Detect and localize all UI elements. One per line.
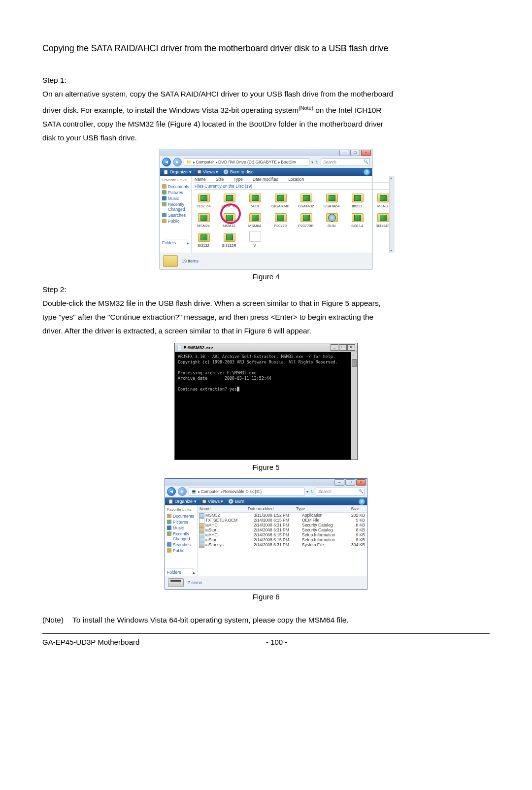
forward-button[interactable]: ►: [173, 158, 182, 166]
sidebar-searches[interactable]: Searches: [167, 542, 195, 548]
folder-item[interactable]: SI3132R: [220, 231, 238, 248]
sidebar-documents[interactable]: Documents: [167, 513, 195, 519]
folder-item[interactable]: 6419: [246, 192, 264, 208]
file-pane: Name Date modified Type Size MSM323/11/2…: [198, 505, 367, 576]
list-item[interactable]: iaAHCI2/14/2008 6:31 PMSecurity Catalog8…: [198, 523, 367, 527]
maximize-button[interactable]: □: [345, 479, 355, 486]
sidebar-searches[interactable]: Searches: [162, 212, 189, 218]
views-menu[interactable]: Views ▾: [203, 169, 218, 174]
step2-block: Step 2: Double-click the MSM32 file in t…: [42, 283, 490, 338]
figure6-caption: Figure 6: [42, 590, 490, 603]
column-headers[interactable]: Name Date modified Type Size: [198, 505, 367, 513]
status-bar: 7 items: [165, 576, 367, 589]
figure5-caption: Figure 5: [42, 460, 490, 473]
figure5-console: 📄 E:\MSM32.exe _□× ARJSFX 3.10 - ARJ Arc…: [174, 343, 358, 460]
minimize-button[interactable]: –: [339, 150, 349, 156]
figure6-window: – □ × ◄ ► 💻 ▸Computer ▸Removable Disk (E…: [165, 478, 367, 590]
console-titlebar: 📄 E:\MSM32.exe _□×: [175, 343, 357, 352]
step1-block: Step 1: On an alternative system, copy t…: [42, 73, 490, 145]
titlebar: – □ ×: [160, 149, 372, 156]
maximize-button[interactable]: □: [339, 344, 347, 351]
close-button[interactable]: ×: [347, 344, 355, 351]
search-input[interactable]: Search: [321, 158, 370, 166]
note-sup: (Note): [299, 105, 313, 111]
forward-button[interactable]: ►: [178, 487, 187, 496]
search-input[interactable]: Search: [316, 488, 365, 495]
figure4-window: – □ × ◄ ► 📁 ▸Computer ▸DVD RW Drive (D:)…: [160, 149, 372, 269]
organize-menu[interactable]: Organize ▾: [175, 499, 197, 504]
page-title: Copying the SATA RAID/AHCI driver from t…: [42, 43, 490, 54]
list-item[interactable]: iaStor.sys2/14/2008 6:31 PMSystem File30…: [198, 542, 367, 547]
command-bar: 📋 Organize ▾ 🔲 Views ▾ 💿 Burn ?: [165, 497, 367, 505]
list-item[interactable]: iaStor2/14/2008 6:31 PMSecurity Catalog8…: [198, 527, 367, 532]
views-menu[interactable]: Views ▾: [208, 499, 223, 504]
burn-button[interactable]: Burn: [235, 499, 244, 504]
folder-item[interactable]: 3132r_64: [220, 192, 238, 208]
folders-toggle[interactable]: Folders▴: [162, 239, 189, 245]
scrollbar[interactable]: [389, 176, 395, 253]
folder-item[interactable]: GSATA64: [323, 192, 340, 208]
scrollbar[interactable]: [351, 352, 357, 460]
back-button[interactable]: ◄: [167, 487, 176, 496]
drive-icon: [168, 578, 184, 587]
command-bar: 📋 Organize ▾ 🔲 Views ▾ 💿 Burn to disc ?: [160, 168, 372, 176]
nav-pane: Favorite Links Documents Pictures Music …: [160, 176, 192, 253]
console-output[interactable]: ARJSFX 3.10 - ARJ Archive Self-Extractor…: [175, 352, 357, 460]
note-line: (Note) To install the Windows Vista 64-b…: [42, 616, 490, 625]
folder-item[interactable]: GIGARAID: [271, 192, 289, 208]
titlebar: – □ ×: [165, 479, 367, 486]
breadcrumb[interactable]: 📁 ▸Computer ▸DVD RW Drive (D:) GIGABYTE …: [184, 158, 309, 166]
sidebar-music[interactable]: Music: [167, 525, 195, 531]
step2-label: Step 2:: [42, 285, 66, 294]
close-button[interactable]: ×: [356, 479, 366, 486]
folder-item[interactable]: GSATA32: [297, 192, 315, 208]
sidebar-documents[interactable]: Documents: [162, 184, 189, 190]
folder-item[interactable]: MSM32: [220, 211, 238, 228]
list-item[interactable]: MSM323/11/2008 1:52 PMApplication202 KB: [198, 513, 367, 518]
burn-button[interactable]: Burn to disc: [230, 169, 254, 174]
list-item[interactable]: TXTSETUP.OEM2/14/2008 6:15 PMOEM File5 K…: [198, 518, 367, 523]
folder-item[interactable]: it8211: [348, 192, 366, 208]
folder-item[interactable]: SI3132: [195, 231, 212, 248]
figure4-caption: Figure 4: [42, 269, 490, 283]
nav-pane: Favorite Links Documents Pictures Music …: [165, 505, 198, 576]
folder-item[interactable]: P20779R: [297, 211, 315, 228]
folder-item[interactable]: SI3114: [348, 211, 366, 228]
back-button[interactable]: ◄: [162, 158, 171, 166]
group-header: Files Currently on the Disc (19): [195, 184, 392, 190]
folder-item[interactable]: P20779: [271, 211, 289, 228]
step1-label: Step 1:: [42, 76, 66, 84]
folder-item[interactable]: MSM2k: [195, 211, 212, 228]
folders-toggle[interactable]: Folders▴: [167, 568, 195, 575]
caret-icon: _: [237, 387, 239, 392]
minimize-button[interactable]: –: [334, 479, 344, 486]
sidebar-pictures[interactable]: Pictures: [167, 519, 195, 525]
sidebar-public[interactable]: Public: [162, 218, 189, 224]
organize-menu[interactable]: Organize ▾: [170, 169, 192, 174]
folder-item[interactable]: 3132_64: [195, 192, 212, 208]
sidebar-recent[interactable]: Recently Changed: [162, 201, 189, 212]
sidebar-recent[interactable]: Recently Changed: [167, 531, 195, 542]
footer-rule: [42, 633, 490, 634]
maximize-button[interactable]: □: [350, 150, 360, 156]
file-pane: NameSizeTypeDate modifiedLocation Files …: [192, 176, 395, 253]
close-button[interactable]: ×: [361, 150, 371, 156]
help-icon[interactable]: ?: [364, 169, 370, 175]
breadcrumb[interactable]: 💻 ▸Computer ▸Removable Disk (E:): [189, 488, 304, 495]
minimize-button[interactable]: _: [331, 344, 338, 351]
folder-item[interactable]: V: [246, 231, 264, 248]
status-bar: 19 items: [160, 253, 372, 269]
sidebar-public[interactable]: Public: [167, 548, 195, 554]
column-headers[interactable]: NameSizeTypeDate modifiedLocation: [195, 177, 392, 183]
folder-item[interactable]: MSM64: [246, 211, 264, 228]
page-footer: GA-EP45-UD3P Motherboard - 100 -: [42, 638, 490, 646]
folder-icon: [163, 255, 178, 267]
sidebar-music[interactable]: Music: [162, 196, 189, 201]
list-item[interactable]: iaStor2/14/2008 6:15 PMSetup Information…: [198, 537, 367, 542]
help-icon[interactable]: ?: [359, 498, 365, 505]
sidebar-pictures[interactable]: Pictures: [162, 190, 189, 196]
list-item[interactable]: iaAHCI2/14/2008 6:15 PMSetup Information…: [198, 532, 367, 537]
folder-item[interactable]: RUN: [323, 211, 340, 228]
